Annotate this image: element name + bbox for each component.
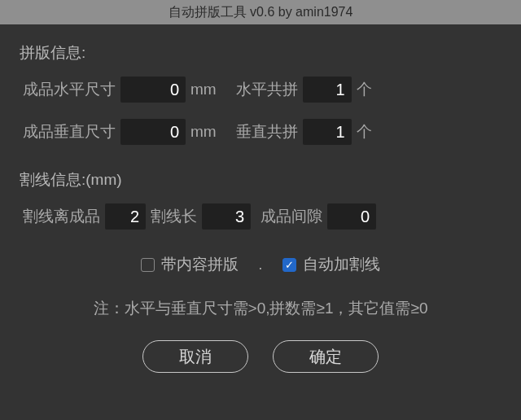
separator-dot: .	[258, 256, 262, 273]
checkbox-row: 带内容拼版 . ✓ 自动加割线	[20, 254, 501, 275]
window-title: 自动拼版工具 v0.6 by amin1974	[169, 4, 353, 21]
v-count-label: 垂直共拼	[236, 121, 298, 142]
cutline-len-input[interactable]	[202, 203, 251, 230]
h-size-label: 成品水平尺寸	[23, 79, 116, 100]
v-size-input[interactable]	[120, 119, 186, 145]
button-row: 取消 确定	[20, 340, 501, 373]
h-size-input[interactable]	[120, 77, 186, 103]
checkmark-icon: ✓	[285, 260, 294, 270]
dialog-content: 拼版信息: 成品水平尺寸 mm 水平共拼 个 成品垂直尺寸 mm 垂直共拼 个 …	[0, 24, 521, 373]
cutline-section-heading: 割线信息:(mm)	[20, 169, 501, 190]
cutline-row: 割线离成品 割线长 成品间隙	[20, 203, 501, 230]
v-count-input[interactable]	[303, 119, 352, 145]
cutline-dist-label: 割线离成品	[23, 206, 100, 227]
checkbox-checked-icon: ✓	[282, 258, 296, 272]
mm-unit: mm	[190, 81, 217, 98]
note-text: 注：水平与垂直尺寸需>0,拼数需≥1，其它值需≥0	[20, 298, 501, 319]
auto-cutline-checkbox[interactable]: ✓ 自动加割线	[282, 254, 380, 275]
cutline-len-label: 割线长	[151, 206, 197, 227]
checkbox-box-icon	[141, 258, 155, 272]
with-content-checkbox[interactable]: 带内容拼版	[141, 254, 239, 275]
product-gap-label: 成品间隙	[260, 206, 322, 227]
cutline-section: 割线信息:(mm) 割线离成品 割线长 成品间隙	[20, 169, 501, 230]
h-count-label: 水平共拼	[236, 79, 298, 100]
auto-cutline-label: 自动加割线	[303, 254, 380, 275]
window-titlebar: 自动拼版工具 v0.6 by amin1974	[0, 0, 521, 24]
ok-button[interactable]: 确定	[273, 340, 379, 373]
v-size-label: 成品垂直尺寸	[23, 121, 116, 142]
horizontal-size-row: 成品水平尺寸 mm 水平共拼 个	[20, 77, 501, 103]
with-content-label: 带内容拼版	[161, 254, 239, 275]
vertical-size-row: 成品垂直尺寸 mm 垂直共拼 个	[20, 119, 501, 145]
h-count-input[interactable]	[303, 77, 352, 103]
imposition-section-heading: 拼版信息:	[20, 42, 501, 63]
cutline-dist-input[interactable]	[105, 203, 146, 230]
unit-ge: 个	[357, 121, 372, 142]
mm-unit: mm	[190, 123, 217, 141]
cancel-button[interactable]: 取消	[142, 340, 248, 373]
unit-ge: 个	[357, 79, 372, 100]
product-gap-input[interactable]	[327, 203, 376, 230]
